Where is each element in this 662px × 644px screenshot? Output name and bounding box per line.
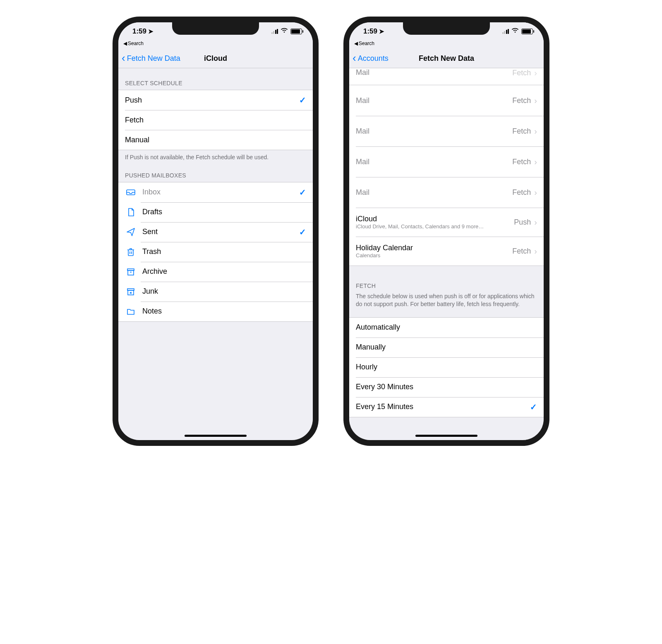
notes-folder-icon xyxy=(125,306,137,316)
cell-signal-icon xyxy=(502,29,509,34)
status-time: 1:59 xyxy=(363,27,377,36)
account-row[interactable]: MailFetch› xyxy=(349,146,544,177)
mailbox-row[interactable]: Drafts xyxy=(118,202,313,222)
mailbox-label: Junk xyxy=(142,287,306,296)
account-label: Mail xyxy=(356,188,512,197)
fetch-option[interactable]: Hourly xyxy=(349,357,544,377)
chevron-right-icon: › xyxy=(534,68,537,78)
section-header-schedule: SELECT SCHEDULE xyxy=(118,68,313,90)
location-arrow-icon: ➤ xyxy=(379,28,384,35)
battery-icon xyxy=(521,29,533,34)
breadcrumb-back-app[interactable]: ◀ Search xyxy=(349,41,544,49)
schedule-option[interactable]: Fetch xyxy=(118,110,313,130)
checkmark-icon: ✓ xyxy=(299,95,306,105)
mailbox-label: Sent xyxy=(142,227,299,236)
fetch-option[interactable]: Every 15 Minutes✓ xyxy=(349,397,544,417)
account-detail: Fetch xyxy=(512,69,531,77)
phone-right: 1:59 ➤ ◀ Search ‹ Accounts Fetch New Dat… xyxy=(343,17,549,446)
chevron-right-icon: › xyxy=(534,218,537,227)
account-detail: Fetch xyxy=(512,188,531,197)
trash-icon xyxy=(125,247,137,257)
status-time: 1:59 xyxy=(132,27,146,36)
account-label: Mail xyxy=(356,96,512,105)
account-detail: Fetch xyxy=(512,247,531,256)
nav-back-button[interactable]: ‹ Fetch New Data xyxy=(118,54,180,63)
inbox-icon xyxy=(125,187,137,197)
nav-bar: ‹ Accounts Fetch New Data xyxy=(349,49,544,68)
fetch-option-label: Every 30 Minutes xyxy=(356,383,537,391)
account-row[interactable]: MailFetch› xyxy=(349,116,544,146)
home-indicator[interactable] xyxy=(185,435,247,437)
account-label: Mail xyxy=(356,158,512,166)
location-arrow-icon: ➤ xyxy=(148,28,154,35)
nav-back-label: Accounts xyxy=(358,54,389,63)
mailbox-row[interactable]: Sent✓ xyxy=(118,222,313,242)
account-row[interactable]: MailFetch› xyxy=(349,85,544,116)
account-label: Mail xyxy=(356,68,369,77)
account-label: iCloud xyxy=(356,215,514,223)
account-label: Mail xyxy=(356,127,512,136)
schedule-footer: If Push is not available, the Fetch sche… xyxy=(118,150,313,165)
fetch-option-label: Every 15 Minutes xyxy=(356,402,530,411)
mailbox-row[interactable]: Junk xyxy=(118,282,313,302)
mailbox-row[interactable]: Notes xyxy=(118,302,313,321)
account-row[interactable]: Holiday CalendarCalendarsFetch› xyxy=(349,237,544,266)
fetch-section-footer: The schedule below is used when push is … xyxy=(349,292,544,312)
account-detail: Fetch xyxy=(512,127,531,136)
checkmark-icon: ✓ xyxy=(299,227,306,237)
section-header-mailboxes: PUSHED MAILBOXES xyxy=(118,165,313,182)
mailbox-label: Notes xyxy=(142,307,306,316)
fetch-option-label: Hourly xyxy=(356,363,537,371)
battery-icon xyxy=(290,29,302,34)
notch xyxy=(172,22,259,35)
breadcrumb-back-app[interactable]: ◀ Search xyxy=(118,41,313,49)
mailbox-row[interactable]: Archive xyxy=(118,262,313,282)
accounts-list: MailFetch›MailFetch›MailFetch›MailFetch›… xyxy=(349,85,544,266)
account-sublabel: iCloud Drive, Mail, Contacts, Calendars … xyxy=(356,223,514,230)
chevron-left-icon: ‹ xyxy=(122,53,125,63)
account-row[interactable]: iCloudiCloud Drive, Mail, Contacts, Cale… xyxy=(349,208,544,237)
fetch-option[interactable]: Every 30 Minutes xyxy=(349,377,544,397)
back-caret-icon: ◀ xyxy=(123,41,127,46)
notch xyxy=(403,22,490,35)
fetch-option[interactable]: Manually xyxy=(349,338,544,357)
fetch-option[interactable]: Automatically xyxy=(349,318,544,338)
wifi-icon xyxy=(281,27,288,36)
chevron-left-icon: ‹ xyxy=(353,53,356,63)
nav-back-button[interactable]: ‹ Accounts xyxy=(349,54,389,63)
account-label: Holiday Calendar xyxy=(356,244,512,252)
mailboxes-list: Inbox✓DraftsSent✓TrashArchiveJunkNotes xyxy=(118,182,313,322)
checkmark-icon: ✓ xyxy=(299,187,306,197)
chevron-right-icon: › xyxy=(534,188,537,197)
cell-signal-icon xyxy=(271,29,278,34)
mailbox-row[interactable]: Trash xyxy=(118,242,313,262)
back-app-label: Search xyxy=(359,41,374,46)
fetch-section-header: FETCH xyxy=(349,266,544,292)
chevron-right-icon: › xyxy=(534,96,537,105)
account-row[interactable]: MailFetch› xyxy=(349,177,544,208)
schedule-label: Fetch xyxy=(125,116,306,124)
account-row-partial[interactable]: Mail Fetch › xyxy=(349,68,544,85)
schedule-list: Push✓FetchManual xyxy=(118,90,313,150)
mailbox-row[interactable]: Inbox✓ xyxy=(118,182,313,202)
account-detail: Fetch xyxy=(512,158,531,166)
mailbox-label: Archive xyxy=(142,267,306,276)
phone-left: 1:59 ➤ ◀ Search ‹ Fetch New Data iCloud xyxy=(113,17,319,446)
nav-bar: ‹ Fetch New Data iCloud xyxy=(118,49,313,68)
mailbox-label: Trash xyxy=(142,247,306,256)
back-caret-icon: ◀ xyxy=(354,41,358,46)
archive-icon xyxy=(125,267,137,277)
fetch-option-label: Automatically xyxy=(356,323,537,332)
schedule-option[interactable]: Manual xyxy=(118,130,313,150)
chevron-right-icon: › xyxy=(534,157,537,167)
schedule-option[interactable]: Push✓ xyxy=(118,90,313,110)
back-app-label: Search xyxy=(128,41,144,46)
account-detail: Push xyxy=(514,218,531,227)
fetch-options-list: AutomaticallyManuallyHourlyEvery 30 Minu… xyxy=(349,317,544,417)
sent-icon xyxy=(125,227,137,237)
home-indicator[interactable] xyxy=(415,435,477,437)
schedule-label: Manual xyxy=(125,136,306,144)
fetch-option-label: Manually xyxy=(356,343,537,352)
chevron-right-icon: › xyxy=(534,247,537,256)
account-sublabel: Calendars xyxy=(356,252,512,259)
